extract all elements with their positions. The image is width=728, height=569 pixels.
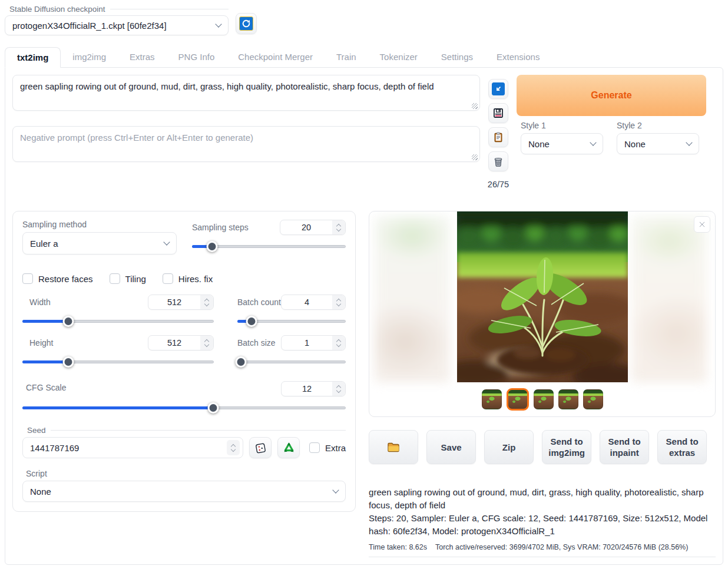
generated-image[interactable]	[457, 211, 628, 382]
tab-checkpoint-merger[interactable]: Checkpoint Merger	[226, 47, 325, 67]
hires-fix-checkbox[interactable]: Hires. fix	[163, 273, 213, 284]
extra-seed-label: Extra	[325, 443, 346, 453]
chevron-down-icon	[215, 21, 221, 27]
width-slider[interactable]	[22, 316, 214, 326]
script-select[interactable]: None	[22, 481, 346, 502]
random-seed-button[interactable]	[249, 437, 272, 458]
batch-size-input[interactable]: 1	[281, 335, 346, 350]
spinner-icon[interactable]	[227, 440, 240, 455]
width-field: Width 512	[22, 295, 214, 326]
seed-input[interactable]: 1441787169	[22, 437, 243, 458]
reuse-seed-button[interactable]	[277, 437, 300, 458]
send-to-extras-button[interactable]: Send to extras	[657, 430, 707, 464]
spinner-icon[interactable]	[332, 295, 345, 309]
checkbox-icon[interactable]	[110, 273, 120, 284]
checkbox-icon[interactable]	[163, 273, 173, 284]
negative-prompt-input[interactable]	[12, 126, 480, 162]
width-input[interactable]: 512	[148, 295, 214, 310]
tab-img2img[interactable]: img2img	[61, 47, 118, 67]
gallery-thumbnail-2-selected[interactable]	[507, 388, 529, 411]
prompt-tools-column: 26/75	[488, 75, 509, 189]
cfg-scale-slider[interactable]	[22, 402, 346, 413]
parameters-panel: Sampling method Euler a Sampling steps 2…	[12, 211, 356, 512]
restore-faces-checkbox[interactable]: Restore faces	[22, 273, 93, 284]
gallery-thumbnail-1[interactable]	[482, 389, 502, 409]
dice-icon	[254, 442, 267, 454]
save-button[interactable]: Save	[426, 430, 476, 464]
tab-tokenizer[interactable]: Tokenizer	[368, 47, 429, 67]
zip-button[interactable]: Zip	[484, 430, 534, 464]
slider-handle[interactable]	[235, 356, 246, 368]
token-counter: 26/75	[488, 180, 509, 189]
batch-count-input[interactable]: 4	[281, 295, 346, 310]
generate-button[interactable]: Generate	[517, 75, 706, 116]
folder-icon	[386, 440, 401, 454]
style-selects-row: Style 1 None Style 2 None	[517, 121, 706, 154]
height-input[interactable]: 512	[148, 335, 214, 350]
width-value: 512	[148, 295, 200, 309]
tab-train[interactable]: Train	[325, 47, 368, 67]
spinner-icon[interactable]	[200, 336, 213, 350]
slider-handle[interactable]	[63, 356, 74, 368]
tab-extras[interactable]: Extras	[118, 47, 167, 67]
sampling-method-label: Sampling method	[22, 220, 177, 229]
checkbox-icon[interactable]	[309, 442, 320, 453]
tab-txt2img[interactable]: txt2img	[5, 47, 61, 68]
slider-handle[interactable]	[63, 316, 74, 327]
chevron-down-icon	[590, 139, 596, 145]
tab-png-info[interactable]: PNG Info	[167, 47, 227, 67]
sampling-method-select[interactable]: Euler a	[22, 232, 177, 254]
sampling-steps-value: 20	[280, 220, 332, 234]
spinner-icon[interactable]	[332, 220, 345, 234]
prompt-input[interactable]: green sapling rowing out of ground, mud,…	[12, 75, 480, 111]
gallery-thumbnail-4[interactable]	[558, 389, 578, 409]
close-gallery-button[interactable]	[694, 216, 710, 233]
spinner-icon[interactable]	[332, 382, 345, 396]
tab-settings[interactable]: Settings	[429, 47, 485, 67]
chevron-down-icon	[332, 487, 339, 493]
tiling-checkbox[interactable]: Tiling	[110, 273, 146, 284]
width-label: Width	[22, 297, 51, 307]
spinner-icon[interactable]	[332, 336, 345, 350]
vram-info: Torch active/reserved: 3699/4702 MiB, Sy…	[435, 543, 688, 551]
slider-handle[interactable]	[206, 241, 217, 252]
main-tab-bar: txt2img img2img Extras PNG Info Checkpoi…	[5, 47, 723, 67]
batch-count-field: Batch count 4	[237, 295, 346, 326]
tab-extensions[interactable]: Extensions	[485, 47, 551, 67]
spinner-icon[interactable]	[200, 295, 213, 309]
checkpoint-label: Stable Diffusion checkpoint	[5, 5, 229, 14]
batch-size-field: Batch size 1	[237, 335, 346, 367]
checkbox-icon[interactable]	[22, 273, 33, 284]
slider-handle[interactable]	[246, 316, 257, 327]
style1-select[interactable]: None	[521, 133, 603, 154]
image-gallery	[369, 211, 716, 417]
script-field: Script None	[22, 469, 346, 502]
clear-prompt-button[interactable]	[488, 151, 508, 171]
sampling-steps-slider[interactable]	[192, 241, 346, 252]
checkpoint-field: Stable Diffusion checkpoint protogenX34O…	[5, 5, 229, 35]
gallery-thumbnail-5[interactable]	[583, 389, 603, 409]
batch-count-slider[interactable]	[237, 316, 346, 326]
send-to-inpaint-button[interactable]: Send to inpaint	[600, 430, 649, 464]
extra-seed-checkbox[interactable]: Extra	[309, 442, 346, 453]
gallery-backdrop-left	[375, 216, 450, 382]
batch-size-slider[interactable]	[237, 356, 346, 367]
height-slider[interactable]	[22, 356, 214, 367]
refresh-checkpoints-button[interactable]	[236, 13, 257, 34]
batch-size-value: 1	[282, 336, 332, 350]
cfg-scale-input[interactable]: 12	[281, 381, 346, 396]
generation-stats: Time taken: 8.62s Torch active/reserved:…	[369, 543, 716, 557]
paste-generation-params-button[interactable]	[488, 79, 508, 99]
send-to-img2img-button[interactable]: Send to img2img	[542, 430, 591, 464]
output-column: Save Zip Send to img2img Send to inpaint…	[369, 211, 716, 557]
open-folder-button[interactable]	[369, 430, 418, 464]
checkpoint-select[interactable]: protogenX34OfficialR_1.ckpt [60fe2f34]	[5, 15, 229, 35]
apply-style-button[interactable]	[488, 127, 508, 147]
sampling-steps-input[interactable]: 20	[280, 220, 346, 235]
time-taken: Time taken: 8.62s	[369, 543, 427, 551]
generation-info: green sapling rowing out of ground, mud,…	[369, 486, 716, 557]
slider-handle[interactable]	[207, 402, 219, 413]
style2-select[interactable]: None	[617, 133, 699, 154]
save-style-button[interactable]	[488, 103, 508, 123]
gallery-thumbnail-3[interactable]	[534, 389, 554, 409]
